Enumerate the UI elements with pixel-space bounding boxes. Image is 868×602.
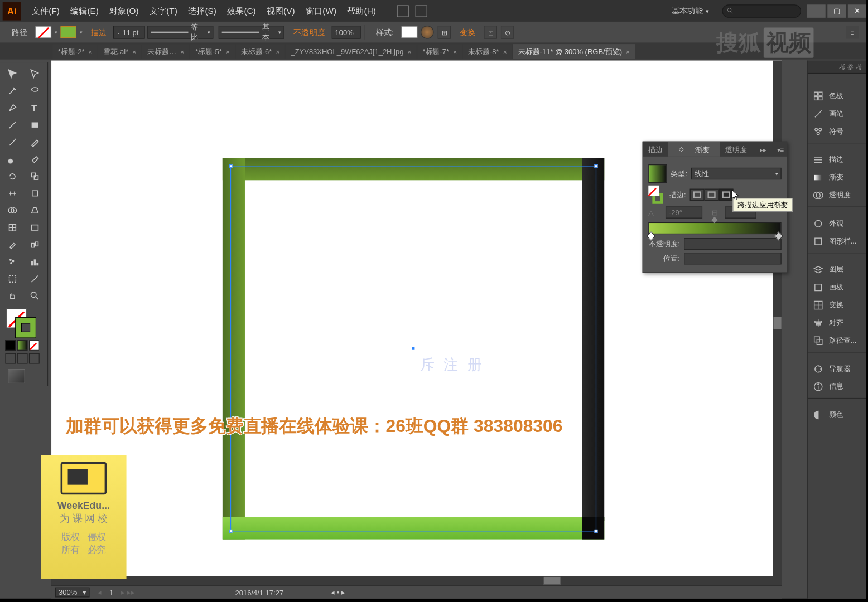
- blend-tool[interactable]: [25, 237, 46, 253]
- doc-tab[interactable]: 未标题-8*×: [463, 44, 512, 59]
- perspective-grid-tool[interactable]: [25, 202, 46, 218]
- transform-label[interactable]: 变换: [460, 27, 475, 38]
- pen-tool[interactable]: [2, 100, 23, 115]
- gradient-tool[interactable]: [25, 220, 46, 235]
- pencil-tool[interactable]: [25, 134, 46, 150]
- brush-definition[interactable]: 基本: [219, 26, 284, 39]
- line-tool[interactable]: [2, 117, 23, 133]
- minimize-button[interactable]: —: [807, 4, 826, 18]
- draw-normal-button[interactable]: [5, 353, 16, 364]
- arrange-icon[interactable]: [416, 5, 427, 17]
- fill-dropdown[interactable]: ▾: [52, 30, 59, 36]
- panel-symbols[interactable]: 符号: [808, 122, 866, 140]
- graphic-style-swatch[interactable]: [402, 26, 417, 38]
- panel-gradient[interactable]: 渐变: [808, 168, 866, 186]
- canvas-area[interactable]: 斥 注 册: [51, 61, 782, 577]
- blob-brush-tool[interactable]: [2, 151, 23, 167]
- doc-tab[interactable]: *标题-2*×: [52, 44, 97, 59]
- artboard-nav-input[interactable]: 1: [109, 589, 113, 596]
- stop-opacity-input[interactable]: [684, 238, 782, 250]
- doc-tab[interactable]: *标题-7*×: [417, 44, 462, 59]
- slice-tool[interactable]: [25, 271, 46, 287]
- tab-close-icon[interactable]: ×: [453, 48, 457, 55]
- zoom-input[interactable]: 300%▾: [55, 588, 89, 598]
- rectangle-tool[interactable]: [25, 117, 46, 133]
- scale-tool[interactable]: [25, 168, 46, 184]
- panel-align[interactable]: 对齐: [808, 314, 866, 332]
- tab-close-icon[interactable]: ×: [180, 48, 184, 55]
- workspace-switcher[interactable]: 基本功能: [668, 4, 718, 18]
- type-tool[interactable]: T: [25, 100, 46, 115]
- magic-wand-tool[interactable]: [2, 83, 23, 99]
- gradient-type-dropdown[interactable]: 线性: [691, 168, 782, 179]
- eraser-tool[interactable]: [25, 151, 46, 167]
- panel-artboards[interactable]: 画板: [808, 278, 866, 296]
- panel-transparency[interactable]: 透明度: [808, 186, 866, 204]
- gradient-ramp[interactable]: [648, 222, 781, 234]
- lasso-tool[interactable]: [25, 83, 46, 99]
- opacity-input[interactable]: 100%: [332, 26, 361, 39]
- none-mode-button[interactable]: [29, 340, 40, 351]
- stroke-label[interactable]: 描边: [91, 27, 107, 38]
- stroke-indicator[interactable]: [16, 318, 35, 337]
- align-icon[interactable]: ⊞: [438, 26, 451, 39]
- panel-transform[interactable]: 变换: [808, 296, 866, 314]
- tab-close-icon[interactable]: ×: [276, 48, 279, 55]
- doc-tab[interactable]: 雪花.ai*×: [98, 44, 142, 59]
- gradient-preview-swatch[interactable]: [648, 164, 667, 183]
- stroke-swatch[interactable]: [61, 26, 76, 38]
- free-transform-tool[interactable]: [25, 186, 46, 201]
- menu-effect[interactable]: 效果(C): [221, 5, 261, 17]
- selection-tool[interactable]: [2, 66, 23, 81]
- controlbar-menu-icon[interactable]: ≡: [846, 26, 859, 39]
- stroke-dropdown[interactable]: ▾: [78, 30, 84, 36]
- doc-tab-active[interactable]: 未标题-11* @ 300% (RGB/预览)×: [513, 44, 635, 59]
- fill-stroke-indicator[interactable]: [7, 308, 36, 337]
- menu-view[interactable]: 视图(V): [261, 5, 300, 17]
- tab-close-icon[interactable]: ×: [408, 48, 412, 55]
- stroke-gradient-along-button[interactable]: [705, 189, 719, 201]
- panel-fill-icon[interactable]: [648, 186, 659, 196]
- panel-pathfinder[interactable]: 路径查...: [808, 332, 866, 349]
- panel-appearance[interactable]: 外观: [808, 215, 866, 232]
- column-graph-tool[interactable]: [25, 254, 46, 269]
- menu-object[interactable]: 对象(O): [104, 5, 144, 17]
- rotate-tool[interactable]: [2, 168, 23, 184]
- panel-navigator[interactable]: 导航器: [808, 360, 866, 377]
- direct-selection-tool[interactable]: [25, 66, 46, 81]
- symbol-sprayer-tool[interactable]: [2, 254, 23, 269]
- draw-behind-button[interactable]: [17, 353, 28, 364]
- panel-brushes[interactable]: 画笔: [808, 105, 866, 123]
- doc-tab[interactable]: 未标题…×: [142, 44, 190, 59]
- search-input[interactable]: [722, 4, 801, 18]
- panel-tab-stroke[interactable]: 描边: [643, 142, 668, 157]
- panel-collapse-icon[interactable]: ▸▸: [758, 142, 769, 157]
- panel-stroke[interactable]: 描边: [808, 151, 866, 168]
- tab-close-icon[interactable]: ×: [626, 48, 630, 55]
- eyedropper-tool[interactable]: [2, 237, 23, 253]
- fill-swatch[interactable]: [36, 26, 51, 38]
- panel-graphic-styles[interactable]: 图形样...: [808, 232, 866, 250]
- isolate-icon[interactable]: ⊡: [484, 26, 498, 39]
- stroke-width-input[interactable]: ≑11 pt: [113, 26, 145, 39]
- width-tool[interactable]: [2, 186, 23, 201]
- zoom-tool[interactable]: [25, 288, 46, 304]
- gradient-angle-input[interactable]: -29°: [666, 207, 702, 219]
- panel-tab-transparency[interactable]: 透明度: [720, 142, 753, 157]
- doc-tab[interactable]: _ZYV83XHOL_9WF62AJ[1_2H.jpg×: [286, 44, 417, 59]
- bridge-icon[interactable]: [397, 5, 409, 17]
- screen-mode-button[interactable]: [8, 369, 25, 383]
- menu-file[interactable]: 文件(F): [26, 5, 65, 17]
- stop-location-input[interactable]: [684, 253, 782, 264]
- artwork-rectangle[interactable]: [223, 158, 604, 539]
- panel-color[interactable]: 颜色: [808, 406, 866, 424]
- tab-close-icon[interactable]: ×: [226, 48, 230, 55]
- gradient-mode-button[interactable]: [17, 340, 28, 351]
- panel-layers[interactable]: 图层: [808, 260, 866, 278]
- color-mode-button[interactable]: [5, 340, 16, 351]
- menu-select[interactable]: 选择(S): [182, 5, 221, 17]
- recolor-icon[interactable]: [421, 26, 434, 39]
- tab-close-icon[interactable]: ×: [503, 48, 507, 55]
- doc-tab[interactable]: *标题-5*×: [190, 44, 235, 59]
- opacity-label[interactable]: 不透明度: [293, 27, 325, 38]
